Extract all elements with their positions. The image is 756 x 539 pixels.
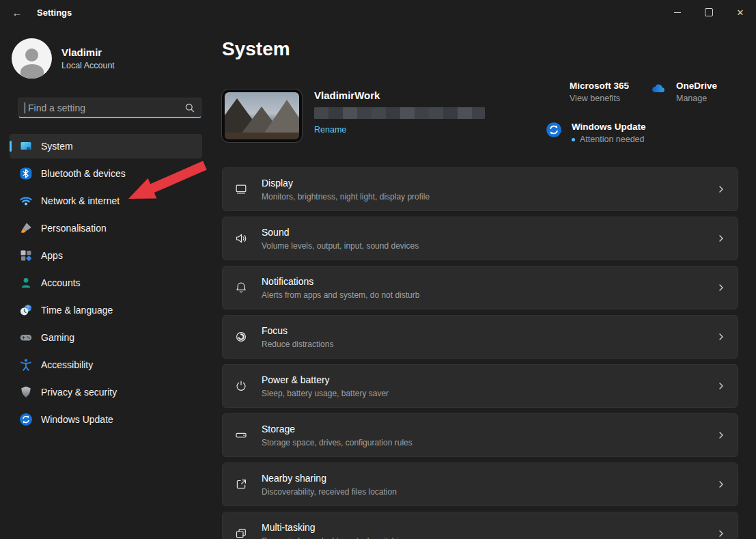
row-subtitle: Sleep, battery usage, battery saver xyxy=(262,389,716,398)
setting-row-focus[interactable]: Focus Reduce distractions xyxy=(222,315,738,359)
sidebar-item-accessibility[interactable]: Accessibility xyxy=(10,353,202,377)
row-title: Notifications xyxy=(262,276,716,287)
chevron-right-icon xyxy=(716,282,727,293)
sidebar-item-accounts[interactable]: Accounts xyxy=(10,271,202,295)
setting-row-power-battery[interactable]: Power & battery Sleep, battery usage, ba… xyxy=(222,364,738,408)
status-card-microsoft-365[interactable]: Microsoft 365 View benefits xyxy=(546,81,629,103)
sidebar-item-label: Windows Update xyxy=(41,414,113,425)
setting-row-display[interactable]: Display Monitors, brightness, night ligh… xyxy=(222,167,738,211)
onedrive-icon xyxy=(650,81,667,97)
row-subtitle: Snap windows, desktops, task switching xyxy=(262,536,716,539)
sidebar-item-network-internet[interactable]: Network & internet xyxy=(10,189,202,213)
row-title: Nearby sharing xyxy=(262,473,716,484)
sidebar-item-label: Bluetooth & devices xyxy=(41,168,126,179)
row-subtitle: Storage space, drives, configuration rul… xyxy=(262,438,716,447)
sidebar-item-label: System xyxy=(41,141,73,152)
sidebar-item-label: Network & internet xyxy=(41,195,120,206)
row-subtitle: Reduce distractions xyxy=(262,340,716,349)
setting-row-nearby-sharing[interactable]: Nearby sharing Discoverability, received… xyxy=(222,462,738,506)
sidebar-item-bluetooth-devices[interactable]: Bluetooth & devices xyxy=(10,161,202,186)
clock-globe-icon xyxy=(19,303,33,317)
main-content: System VladimirWork Rename Microsoft 365… xyxy=(222,0,738,539)
sidebar-item-apps[interactable]: Apps xyxy=(10,243,202,268)
row-subtitle: Volume levels, output, input, sound devi… xyxy=(262,241,716,251)
settings-list: Display Monitors, brightness, night ligh… xyxy=(222,167,738,539)
status-title: Windows Update xyxy=(572,122,646,132)
sidebar-item-time-language[interactable]: Time & language xyxy=(10,298,202,322)
sidebar-item-label: Personalisation xyxy=(41,223,107,234)
person-icon xyxy=(19,276,33,290)
sidebar-item-label: Accessibility xyxy=(41,359,93,370)
rename-link[interactable]: Rename xyxy=(314,125,485,135)
share-icon xyxy=(234,478,248,491)
sidebar-item-label: Gaming xyxy=(41,332,74,343)
paintbrush-icon xyxy=(19,221,33,235)
chevron-right-icon xyxy=(716,430,727,441)
wifi-icon xyxy=(19,194,33,208)
row-title: Sound xyxy=(262,227,716,238)
row-title: Multi-tasking xyxy=(262,522,716,533)
status-title: OneDrive xyxy=(676,81,717,91)
windows-stack-icon xyxy=(234,527,248,539)
row-title: Storage xyxy=(262,424,716,434)
gamepad-icon xyxy=(19,331,33,344)
row-subtitle: Monitors, brightness, night light, displ… xyxy=(262,192,716,202)
setting-row-storage[interactable]: Storage Storage space, drives, configura… xyxy=(222,413,738,457)
row-subtitle: Discoverability, received files location xyxy=(262,487,716,497)
setting-row-notifications[interactable]: Notifications Alerts from apps and syste… xyxy=(222,266,738,309)
account-type: Local Account xyxy=(61,61,115,70)
row-title: Power & battery xyxy=(262,374,716,385)
drive-icon xyxy=(234,428,248,442)
row-title: Display xyxy=(262,178,716,189)
search-input[interactable] xyxy=(27,102,184,114)
windows-update-icon xyxy=(546,122,562,138)
microsoft-365-icon xyxy=(546,81,560,95)
selected-indicator xyxy=(10,141,12,152)
sidebar-item-system[interactable]: System xyxy=(10,134,202,158)
row-title: Focus xyxy=(262,325,716,336)
sidebar-item-personalisation[interactable]: Personalisation xyxy=(10,216,202,240)
bell-icon xyxy=(234,281,248,294)
avatar xyxy=(12,38,52,79)
system-icon xyxy=(19,139,33,153)
chevron-right-icon xyxy=(716,233,727,244)
focus-icon xyxy=(234,330,248,344)
sidebar-item-label: Privacy & security xyxy=(41,387,117,398)
sidebar-item-privacy-security[interactable]: Privacy & security xyxy=(10,380,202,404)
back-button[interactable]: ← xyxy=(5,3,29,21)
status-title: Microsoft 365 xyxy=(570,81,629,91)
display-icon xyxy=(234,182,248,196)
app-title: Settings xyxy=(37,8,72,18)
setting-row-multi-tasking[interactable]: Multi-tasking Snap windows, desktops, ta… xyxy=(222,512,738,539)
setting-row-sound[interactable]: Sound Volume levels, output, input, soun… xyxy=(222,217,738,260)
chevron-right-icon xyxy=(716,331,727,342)
status-card-windows-update[interactable]: Windows Update Attention needed xyxy=(546,122,646,144)
chevron-right-icon xyxy=(716,528,727,539)
search-icon[interactable] xyxy=(184,102,195,113)
speaker-icon xyxy=(234,232,248,245)
power-icon xyxy=(234,379,248,393)
chevron-right-icon xyxy=(716,184,727,195)
user-name: Vladimir xyxy=(61,46,115,58)
bluetooth-icon xyxy=(19,167,33,180)
apps-grid-icon xyxy=(19,249,33,262)
device-name: VladimirWork xyxy=(314,89,485,101)
sidebar-nav: System Bluetooth & devices Network & int… xyxy=(10,134,202,434)
status-subtitle: View benefits xyxy=(570,94,620,103)
row-subtitle: Alerts from apps and system, do not dist… xyxy=(262,290,716,300)
chevron-right-icon xyxy=(716,479,727,490)
accessibility-person-icon xyxy=(19,358,33,372)
status-card-onedrive[interactable]: OneDrive Manage xyxy=(650,81,717,103)
sidebar-item-label: Apps xyxy=(41,250,63,261)
sidebar-item-gaming[interactable]: Gaming xyxy=(10,325,202,350)
device-image xyxy=(222,89,302,142)
shield-icon xyxy=(19,385,33,399)
page-title: System xyxy=(222,38,290,60)
status-subtitle: Manage xyxy=(676,94,707,103)
windows-update-icon xyxy=(19,413,33,426)
search-box[interactable] xyxy=(18,98,201,118)
chevron-right-icon xyxy=(716,381,727,391)
user-profile[interactable]: Vladimir Local Account xyxy=(12,38,115,79)
back-arrow-icon: ← xyxy=(12,7,23,18)
sidebar-item-windows-update[interactable]: Windows Update xyxy=(10,407,202,432)
